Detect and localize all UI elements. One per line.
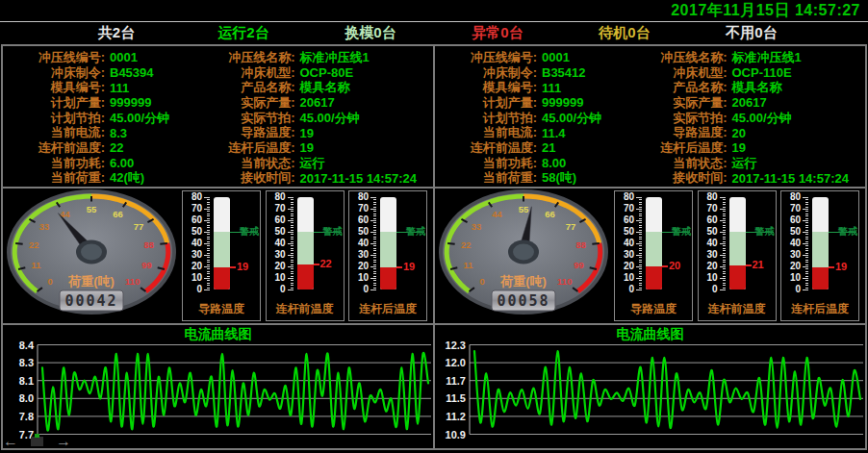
info-value: 模具名称 xyxy=(300,79,350,96)
svg-text:12.3: 12.3 xyxy=(446,341,466,351)
info-value: OCP-80E xyxy=(300,65,354,80)
warning-label: 警戒 xyxy=(323,226,343,237)
svg-text:110: 110 xyxy=(125,276,140,287)
svg-text:33: 33 xyxy=(39,221,50,232)
svg-text:66: 66 xyxy=(113,209,123,219)
info-value: 21 xyxy=(542,140,555,155)
info-value: 2017-11-15 14:57:24 xyxy=(300,171,417,186)
svg-text:77: 77 xyxy=(566,221,576,232)
thermometer-label: 连杆前温度 xyxy=(699,301,776,317)
svg-text:77: 77 xyxy=(134,221,144,232)
thermometer: 80706050403020100警戒19连杆后温度 xyxy=(780,190,859,321)
svg-text:11.7: 11.7 xyxy=(446,375,466,387)
svg-text:8.3: 8.3 xyxy=(19,357,34,368)
info-value: 999999 xyxy=(110,95,151,110)
svg-text:7.8: 7.8 xyxy=(19,411,34,422)
thermometer: 80706050403020100警戒19导路温度 xyxy=(182,190,261,321)
warning-label: 警戒 xyxy=(406,226,425,237)
info-value: 45.00/分钟 xyxy=(732,110,792,127)
info-value: 8.3 xyxy=(110,126,127,140)
svg-text:8.1: 8.1 xyxy=(19,375,34,387)
thermometer-label: 连杆前温度 xyxy=(267,301,344,317)
info-value: 运行 xyxy=(732,155,757,172)
gauge-odometer: 00058 xyxy=(497,292,549,310)
info-value: 42(吨) xyxy=(110,169,144,187)
info-value: 6.00 xyxy=(110,156,134,170)
status-item-5: 不用0台 xyxy=(688,24,815,42)
thermometer: 80706050403020100警戒21连杆前温度 xyxy=(698,190,777,321)
press-line-panel-2: 冲压线编号:0001冲床制令:B35412模具编号:111计划产量:999999… xyxy=(435,46,865,448)
svg-text:88: 88 xyxy=(575,239,586,250)
thermometer: 80706050403020100警戒19连杆后温度 xyxy=(348,190,427,321)
info-value: 2017-11-15 14:57:24 xyxy=(732,171,849,186)
info-row: 当前荷重:58(吨) xyxy=(435,171,651,187)
thermometer-label: 导路温度 xyxy=(183,301,260,317)
thermometer-value: 21 xyxy=(753,260,764,270)
info-row: 冲床制令:B35412 xyxy=(435,65,651,81)
thermometer-label: 连杆后温度 xyxy=(781,301,858,317)
svg-text:11.5: 11.5 xyxy=(446,392,466,404)
info-row: 计划节拍:45.00/分钟 xyxy=(435,111,651,126)
info-row: 实际产量:20617 xyxy=(651,95,866,111)
current-chart-panel: 电流曲线图 12.312.011.711.511.210.9 xyxy=(435,325,865,448)
thermometer-value: 19 xyxy=(835,262,847,272)
svg-text:8.4: 8.4 xyxy=(19,341,35,351)
info-row: 实际节拍:45.00/分钟 xyxy=(651,111,866,126)
info-row: 计划产量:999999 xyxy=(3,95,218,111)
gauge-and-thermometers: 0112233445566778899110荷重(吨)00042 8070605… xyxy=(3,189,433,325)
info-value: 标准冲压线1 xyxy=(732,49,802,66)
thermometer-group: 80706050403020100警戒19导路温度807060504030201… xyxy=(180,190,433,321)
gauge-and-thermometers: 0112233445566778899110荷重(吨)00058 8070605… xyxy=(435,189,865,325)
thermometer-tube xyxy=(380,197,396,289)
window-icon[interactable] xyxy=(31,437,43,446)
svg-text:11.2: 11.2 xyxy=(446,411,466,422)
svg-text:22: 22 xyxy=(29,239,39,250)
thermometer: 80706050403020100警戒22连杆前温度 xyxy=(266,190,345,321)
forward-arrow-icon[interactable]: → xyxy=(56,435,71,448)
info-value: 11.4 xyxy=(542,126,566,140)
info-row: 计划产量:999999 xyxy=(435,95,651,111)
info-row: 冲床制令:B45394 xyxy=(3,65,218,81)
header-bar: 2017年11月15日 14:57:27 xyxy=(0,0,868,22)
info-row: 当前状态:运行 xyxy=(218,156,434,171)
info-row: 导路温度:19 xyxy=(218,125,434,140)
info-value: 999999 xyxy=(542,95,583,110)
info-row: 当前状态:运行 xyxy=(651,156,866,171)
info-row: 产品名称:模具名称 xyxy=(651,80,866,95)
info-value: 45.00/分钟 xyxy=(300,110,360,127)
status-item-2: 换模0台 xyxy=(307,24,434,42)
thermometer-tube xyxy=(812,197,829,289)
thermometer-tube xyxy=(297,197,314,289)
info-row: 当前荷重:42(吨) xyxy=(3,171,218,187)
info-row: 当前电流:8.3 xyxy=(3,125,218,140)
status-item-0: 共2台 xyxy=(53,24,180,42)
info-value: 22 xyxy=(110,140,123,155)
thermometer-tube xyxy=(729,197,746,289)
info-label: 接收时间: xyxy=(218,169,295,187)
chart-title: 电流曲线图 xyxy=(435,325,865,341)
info-value: 模具名称 xyxy=(732,79,782,96)
thermometer-tube xyxy=(646,197,662,289)
thermometer-label: 导路温度 xyxy=(615,301,692,317)
svg-text:22: 22 xyxy=(461,239,472,250)
info-value: B45394 xyxy=(110,65,154,80)
back-arrow-icon[interactable]: ← xyxy=(3,435,18,448)
svg-text:55: 55 xyxy=(519,204,529,214)
svg-text:99: 99 xyxy=(141,260,152,270)
nav-controls: ← → xyxy=(3,435,71,448)
info-row: 冲压线名称:标准冲压线1 xyxy=(218,50,434,65)
svg-text:44: 44 xyxy=(492,209,502,219)
warning-label: 警戒 xyxy=(240,226,259,237)
info-value: 45.00/分钟 xyxy=(110,110,169,127)
info-row: 连杆后温度:19 xyxy=(651,140,866,156)
info-value: 0001 xyxy=(542,50,570,64)
info-value: B35412 xyxy=(542,65,586,80)
chart-title: 电流曲线图 xyxy=(3,325,433,341)
current-curve-chart: 12.312.011.711.511.210.9 xyxy=(435,341,865,443)
info-row: 连杆后温度:19 xyxy=(218,140,434,156)
info-row: 当前电流:11.4 xyxy=(435,125,651,140)
info-value: 111 xyxy=(542,81,561,95)
info-row: 产品名称:模具名称 xyxy=(218,80,434,95)
info-row: 模具编号:111 xyxy=(3,80,218,95)
info-label: 当前荷重: xyxy=(435,169,537,187)
